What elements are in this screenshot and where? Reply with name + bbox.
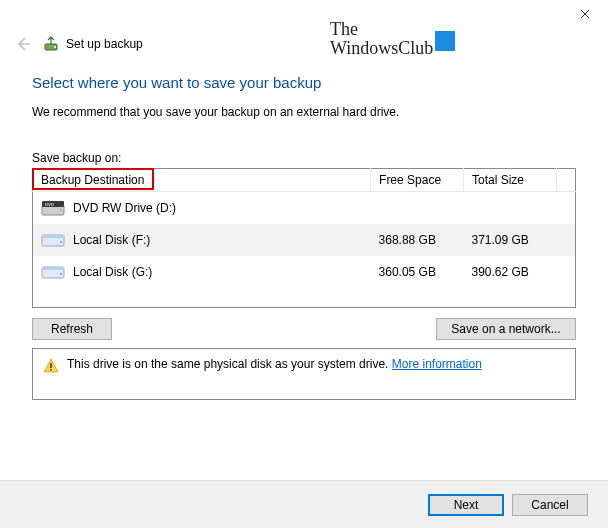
col-destination[interactable]: Backup Destination: [33, 169, 371, 192]
drive-icon: DVD: [41, 199, 65, 217]
col-total-size[interactable]: Total Size: [464, 169, 557, 192]
svg-point-8: [60, 241, 62, 243]
recommendation-text: We recommend that you save your backup o…: [32, 105, 576, 119]
drive-row[interactable]: Local Disk (G:)360.05 GB390.62 GB: [33, 256, 576, 288]
drive-free: [371, 192, 464, 224]
drive-name: Local Disk (G:): [73, 265, 152, 279]
svg-point-1: [54, 46, 56, 48]
back-button[interactable]: [14, 35, 32, 53]
page-heading: Select where you want to save your backu…: [32, 74, 576, 91]
close-button[interactable]: [563, 0, 607, 28]
header: Set up backup The WindowsClub: [0, 32, 608, 64]
backup-icon: [42, 35, 60, 53]
more-info-link[interactable]: More information: [392, 357, 482, 371]
svg-point-5: [60, 209, 62, 211]
list-label: Save backup on:: [32, 151, 576, 165]
back-arrow-icon: [14, 35, 32, 53]
window-title: Set up backup: [66, 37, 143, 51]
drive-row[interactable]: Local Disk (F:)368.88 GB371.09 GB: [33, 224, 576, 256]
svg-text:DVD: DVD: [45, 202, 54, 207]
drive-table: Backup Destination Free Space Total Size…: [32, 168, 576, 308]
drive-total: [464, 192, 557, 224]
save-network-button[interactable]: Save on a network...: [436, 318, 576, 340]
brand-line2: WindowsClub: [330, 39, 433, 58]
cancel-button[interactable]: Cancel: [512, 494, 588, 516]
drive-free: 360.05 GB: [371, 256, 464, 288]
svg-rect-13: [50, 369, 51, 371]
warning-icon: [43, 358, 59, 374]
brand-logo: The WindowsClub: [330, 20, 455, 59]
drive-free: 368.88 GB: [371, 224, 464, 256]
col-free-space[interactable]: Free Space: [371, 169, 464, 192]
svg-point-11: [60, 273, 62, 275]
svg-rect-7: [42, 235, 64, 238]
title-bar: [0, 0, 608, 32]
drive-name: Local Disk (F:): [73, 233, 150, 247]
close-icon: [580, 9, 590, 19]
brand-square-icon: [435, 31, 455, 51]
drive-name: DVD RW Drive (D:): [73, 201, 176, 215]
svg-rect-10: [42, 267, 64, 270]
col-spacer: [556, 169, 575, 192]
drive-row[interactable]: DVDDVD RW Drive (D:): [33, 192, 576, 224]
svg-rect-12: [50, 363, 51, 368]
drive-total: 390.62 GB: [464, 256, 557, 288]
drive-icon: [41, 231, 65, 249]
content-area: Select where you want to save your backu…: [0, 64, 608, 400]
warning-box: This drive is on the same physical disk …: [32, 348, 576, 400]
drive-icon: [41, 263, 65, 281]
warning-text: This drive is on the same physical disk …: [67, 357, 482, 371]
next-button[interactable]: Next: [428, 494, 504, 516]
footer: Next Cancel: [0, 480, 608, 528]
refresh-button[interactable]: Refresh: [32, 318, 112, 340]
drive-total: 371.09 GB: [464, 224, 557, 256]
